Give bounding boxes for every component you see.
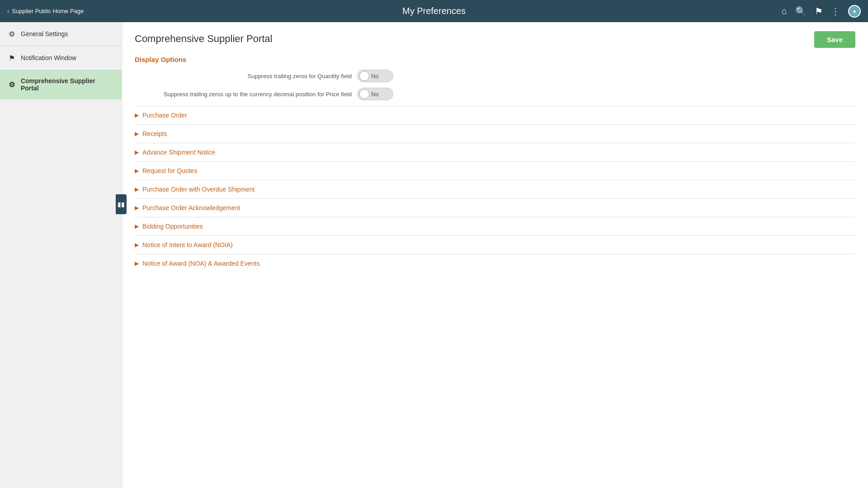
- display-options-title: Display Options: [135, 56, 855, 63]
- option-row-price: Suppress trailing zeros up to the curren…: [135, 88, 855, 100]
- sidebar-item-label: Notification Window: [21, 54, 76, 61]
- back-navigation[interactable]: ‹ Supplier Public Home Page: [7, 8, 107, 14]
- expand-arrow-icon: ▶: [135, 168, 139, 174]
- expand-section-label: Purchase Order Acknowledgement: [142, 204, 240, 211]
- price-toggle[interactable]: No: [357, 88, 393, 100]
- sidebar-collapse-button[interactable]: ▮▮: [116, 194, 127, 214]
- home-icon[interactable]: ⌂: [782, 6, 787, 16]
- toggle-circle: [359, 71, 369, 81]
- price-option-label: Suppress trailing zeros up to the curren…: [135, 91, 352, 98]
- comprehensive-portal-icon: ⚙: [7, 80, 16, 89]
- page-title: Comprehensive Supplier Portal: [135, 33, 855, 45]
- sidebar-item-comprehensive-supplier-portal[interactable]: ⚙ Comprehensive Supplier Portal: [0, 70, 122, 99]
- main-layout: ⚙ General Settings ⚑ Notification Window…: [0, 22, 868, 488]
- expand-section-label: Request for Quotes: [142, 167, 197, 174]
- expand-section-purchase-order[interactable]: ▶Purchase Order: [135, 106, 855, 124]
- back-label: Supplier Public Home Page: [12, 8, 84, 14]
- sidebar-item-label: General Settings: [21, 30, 68, 38]
- expand-section-notice-of-intent-to-award-noia[interactable]: ▶Notice of Intent to Award (NOIA): [135, 235, 855, 254]
- quantity-option-label: Suppress trailing zeros for Quantity fie…: [135, 73, 352, 80]
- sidebar-item-label: Comprehensive Supplier Portal: [21, 77, 114, 92]
- sidebar: ⚙ General Settings ⚑ Notification Window…: [0, 22, 122, 488]
- toggle-circle-2: [359, 89, 369, 99]
- general-settings-icon: ⚙: [7, 29, 16, 38]
- expand-arrow-icon: ▶: [135, 186, 139, 192]
- expand-arrow-icon: ▶: [135, 112, 139, 118]
- expand-section-label: Notice of Intent to Award (NOIA): [142, 241, 233, 249]
- display-options-section: Display Options Suppress trailing zeros …: [135, 56, 855, 100]
- expandable-sections: ▶Purchase Order▶Receipts▶Advance Shipmen…: [135, 106, 855, 272]
- expand-section-advance-shipment-notice[interactable]: ▶Advance Shipment Notice: [135, 143, 855, 161]
- expand-section-purchase-order-acknowledgement[interactable]: ▶Purchase Order Acknowledgement: [135, 198, 855, 217]
- back-arrow-icon: ‹: [7, 8, 9, 14]
- expand-section-label: Receipts: [142, 130, 167, 137]
- expand-arrow-icon: ▶: [135, 223, 139, 230]
- expand-section-receipts[interactable]: ▶Receipts: [135, 124, 855, 143]
- user-icon: ●: [853, 8, 856, 14]
- expand-arrow-icon: ▶: [135, 149, 139, 155]
- expand-section-purchase-order-with-overdue-shipment[interactable]: ▶Purchase Order with Overdue Shipment: [135, 180, 855, 198]
- quantity-toggle[interactable]: No: [357, 70, 393, 82]
- option-row-quantity: Suppress trailing zeros for Quantity fie…: [135, 70, 855, 82]
- expand-section-label: Purchase Order with Overdue Shipment: [142, 186, 255, 193]
- toggle-value: No: [371, 73, 379, 80]
- pause-icon: ▮▮: [118, 201, 125, 208]
- expand-arrow-icon: ▶: [135, 131, 139, 137]
- expand-arrow-icon: ▶: [135, 260, 139, 267]
- sidebar-item-general-settings[interactable]: ⚙ General Settings: [0, 22, 122, 46]
- expand-section-label: Bidding Opportunities: [142, 223, 203, 230]
- header-title: My Preferences: [402, 6, 466, 16]
- user-avatar[interactable]: ●: [848, 5, 861, 18]
- expand-section-notice-of-award-noa--awarded-events[interactable]: ▶Notice of Award (NOA) & Awarded Events: [135, 254, 855, 272]
- notification-window-icon: ⚑: [7, 53, 16, 62]
- expand-section-label: Advance Shipment Notice: [142, 149, 215, 156]
- expand-section-label: Notice of Award (NOA) & Awarded Events: [142, 260, 259, 267]
- save-button[interactable]: Save: [814, 31, 855, 48]
- toggle-value-2: No: [371, 91, 379, 98]
- sidebar-item-notification-window[interactable]: ⚑ Notification Window: [0, 46, 122, 70]
- search-icon[interactable]: 🔍: [795, 6, 807, 17]
- header: ‹ Supplier Public Home Page My Preferenc…: [0, 0, 868, 22]
- expand-arrow-icon: ▶: [135, 242, 139, 248]
- flag-icon[interactable]: ⚑: [815, 6, 823, 17]
- expand-section-request-for-quotes[interactable]: ▶Request for Quotes: [135, 161, 855, 180]
- expand-section-label: Purchase Order: [142, 112, 187, 119]
- expand-arrow-icon: ▶: [135, 205, 139, 211]
- header-icon-group: ⌂ 🔍 ⚑ ⋮ ●: [782, 5, 861, 18]
- more-options-icon[interactable]: ⋮: [831, 6, 840, 17]
- expand-section-bidding-opportunities[interactable]: ▶Bidding Opportunities: [135, 217, 855, 235]
- main-content: Comprehensive Supplier Portal Save Displ…: [122, 22, 868, 488]
